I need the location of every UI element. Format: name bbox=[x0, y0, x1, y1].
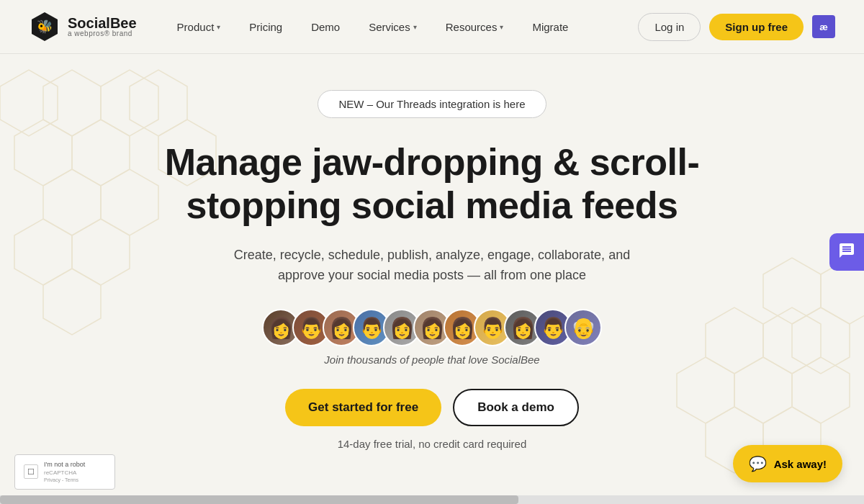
recaptcha-widget: ☐ I'm not a robot reCAPTCHA Privacy - Te… bbox=[14, 454, 115, 490]
nav-migrate-label: Migrate bbox=[532, 21, 568, 33]
nav-links: Product ▾ Pricing Demo Services ▾ Resour… bbox=[166, 15, 580, 39]
logo-text: SocialBee a webpros® brand bbox=[68, 16, 137, 37]
chat-bubble-icon: 💬 bbox=[749, 455, 767, 472]
recaptcha-text: I'm not a robot reCAPTCHA Privacy - Term… bbox=[44, 461, 85, 483]
nav-demo-label: Demo bbox=[311, 21, 340, 33]
nav-pricing-label: Pricing bbox=[249, 21, 282, 33]
login-button[interactable]: Log in bbox=[638, 13, 701, 41]
hero-section: NEW – Our Threads integration is here Ma… bbox=[0, 54, 864, 450]
navbar-left: 🐝 SocialBee a webpros® brand Product ▾ P… bbox=[29, 11, 580, 42]
book-demo-button[interactable]: Book a demo bbox=[453, 389, 579, 426]
nav-product[interactable]: Product ▾ bbox=[166, 15, 233, 39]
user-avatar-badge[interactable]: æ bbox=[812, 15, 835, 38]
chat-button[interactable]: 💬 Ask away! bbox=[733, 445, 842, 482]
chat-label: Ask away! bbox=[774, 458, 827, 470]
hero-title: Manage jaw-dropping & scroll-stopping so… bbox=[162, 141, 702, 228]
social-proof-text: Join thousands of people that love Socia… bbox=[324, 354, 539, 366]
avatar-row: 👩 👨 👩 👨 👩 👩 👩 👨 👩 👨 👴 bbox=[262, 309, 602, 346]
services-chevron-icon: ▾ bbox=[413, 23, 417, 31]
logo-sub: a webpros® brand bbox=[68, 30, 137, 37]
nav-pricing[interactable]: Pricing bbox=[238, 15, 294, 39]
cta-buttons: Get started for free Book a demo bbox=[285, 389, 579, 426]
nav-demo[interactable]: Demo bbox=[300, 15, 351, 39]
resources-chevron-icon: ▾ bbox=[500, 23, 503, 31]
support-icon-button[interactable] bbox=[829, 233, 864, 271]
navbar-right: Log in Sign up free æ bbox=[638, 13, 835, 41]
announcement-banner[interactable]: NEW – Our Threads integration is here bbox=[318, 90, 546, 118]
avatar-11: 👴 bbox=[564, 309, 602, 346]
chat-bubble-icon bbox=[838, 242, 855, 259]
nav-services-label: Services bbox=[369, 21, 410, 33]
hero-subtitle: Create, recycle, schedule, publish, anal… bbox=[216, 245, 648, 287]
logo[interactable]: 🐝 SocialBee a webpros® brand bbox=[29, 11, 137, 42]
nav-resources[interactable]: Resources ▾ bbox=[434, 15, 516, 39]
announcement-text: NEW – Our Threads integration is here bbox=[338, 98, 525, 110]
trial-note: 14-day free trial, no credit card requir… bbox=[338, 438, 527, 450]
logo-name: SocialBee bbox=[68, 16, 137, 30]
nav-services[interactable]: Services ▾ bbox=[357, 15, 428, 39]
get-started-button[interactable]: Get started for free bbox=[285, 389, 441, 426]
nav-resources-label: Resources bbox=[446, 21, 498, 33]
signup-button[interactable]: Sign up free bbox=[709, 14, 804, 40]
horizontal-scrollbar[interactable] bbox=[0, 495, 864, 504]
scrollbar-thumb[interactable] bbox=[0, 495, 518, 504]
logo-icon: 🐝 bbox=[29, 11, 60, 42]
navbar: 🐝 SocialBee a webpros® brand Product ▾ P… bbox=[0, 0, 864, 54]
nav-product-label: Product bbox=[177, 21, 215, 33]
product-chevron-icon: ▾ bbox=[217, 23, 220, 31]
svg-text:🐝: 🐝 bbox=[37, 19, 53, 35]
nav-migrate[interactable]: Migrate bbox=[521, 15, 580, 39]
recaptcha-checkbox[interactable]: ☐ bbox=[24, 464, 38, 479]
